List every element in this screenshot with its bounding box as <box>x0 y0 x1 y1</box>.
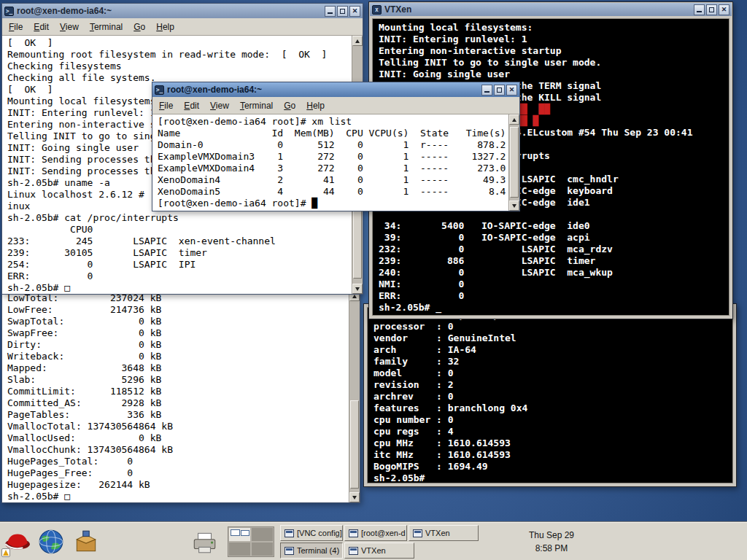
terminal-line: 254: 0 LSAPIC IPI <box>7 259 352 271</box>
terminal-line: vendor : GenuineIntel <box>374 332 732 344</box>
terminal-line: PageTables: 336 kB <box>7 409 349 421</box>
scrollbar[interactable] <box>349 291 360 502</box>
maximize-icon <box>497 88 502 93</box>
terminal-output-xm-list[interactable]: [root@xen-demo-ia64 root]# xm listName I… <box>152 114 508 211</box>
xterm-window-icon[interactable]: x <box>372 5 382 15</box>
scroll-down-button[interactable] <box>349 492 360 502</box>
task-button-vtxen-2[interactable]: VTXen <box>344 542 414 559</box>
scroll-up-button[interactable] <box>352 36 363 46</box>
terminal-output-cpuinfo[interactable]: sh-2.05b# cat /proc/cpuinfoprocessor : 0… <box>367 307 733 483</box>
menu-file[interactable]: File <box>9 22 23 32</box>
window-title: root@xen-demo-ia64:~ <box>17 6 112 16</box>
window-cpuinfo-terminal[interactable]: sh-2.05b# cat /proc/cpuinfoprocessor : 0… <box>363 303 737 487</box>
scroll-down-button[interactable] <box>352 284 363 294</box>
titlebar[interactable]: x VTXen ✕ <box>370 3 732 16</box>
menu-terminal[interactable]: Terminal <box>240 101 273 111</box>
workspace-3[interactable] <box>228 542 251 556</box>
terminal-mini-icon <box>285 547 294 555</box>
menu-view[interactable]: View <box>60 22 79 32</box>
window-title: VTXen <box>384 4 411 15</box>
redhat-menu-button[interactable] <box>3 527 32 556</box>
titlebar[interactable]: >_ root@xen-demo-ia64:~ ✕ <box>2 4 363 18</box>
terminal-line: 34: 5400 IO-SAPIC-edge ide0 <box>379 220 729 232</box>
maximize-button[interactable] <box>337 6 348 17</box>
terminal-line: VmallocUsed: 0 kB <box>7 432 349 444</box>
terminal-line: processor : 0 <box>374 321 732 332</box>
window-meminfo-terminal[interactable]: LowTotal: 237024 kBLowFree: 214736 kBSwa… <box>1 290 360 503</box>
maximize-button[interactable] <box>494 85 505 96</box>
task-button-label: VTXen <box>425 529 450 537</box>
minimize-icon <box>484 91 489 93</box>
menu-edit[interactable]: Edit <box>34 22 49 32</box>
menu-terminal[interactable]: Terminal <box>90 22 123 32</box>
terminal-line: sh-2.05b# □ <box>7 491 349 502</box>
arrow-down-icon <box>512 204 516 208</box>
task-button-vnc-config[interactable]: [VNC config] <box>280 525 343 541</box>
terminal-output-meminfo[interactable]: LowTotal: 237024 kBLowFree: 214736 kBSwa… <box>2 291 349 502</box>
window-xm-list[interactable]: >_ root@xen-demo-ia64:~ ✕ File Edit View… <box>152 82 520 211</box>
terminal-line: ExampleVMXDomain4 3 272 0 1 ----- 273.0 <box>158 163 508 174</box>
scrollbar-track[interactable] <box>509 125 519 201</box>
maximize-icon <box>709 7 714 12</box>
minimize-button[interactable] <box>694 4 705 15</box>
scroll-down-button[interactable] <box>509 201 519 211</box>
close-button[interactable]: ✕ <box>349 6 360 17</box>
terminal-line: 239: 886 LSAPIC timer <box>379 255 729 267</box>
menu-help[interactable]: Help <box>306 101 325 111</box>
minimize-button[interactable] <box>481 85 492 96</box>
terminal-mini-icon <box>413 529 422 537</box>
arrow-up-icon <box>512 118 516 122</box>
menu-view[interactable]: View <box>210 101 229 111</box>
task-button-terminal-group[interactable]: Terminal (4) <box>280 542 343 559</box>
task-button-label: [root@xen-d <box>361 529 406 537</box>
titlebar[interactable]: >_ root@xen-demo-ia64:~ ✕ <box>152 82 519 97</box>
terminal-line: Mapped: 3648 kB <box>7 362 349 374</box>
task-button-root-xen[interactable]: [root@xen-d <box>344 525 407 541</box>
terminal-line: Telling INIT to go to single user mode. <box>379 57 729 69</box>
printer-icon <box>190 528 218 556</box>
scrollbar-track[interactable] <box>349 301 360 492</box>
scroll-up-button[interactable] <box>509 114 519 125</box>
menu-help[interactable]: Help <box>156 22 174 32</box>
web-browser-launcher[interactable] <box>36 527 66 556</box>
minimize-icon <box>697 11 702 12</box>
menu-file[interactable]: File <box>159 101 173 111</box>
arrow-down-icon <box>355 287 360 291</box>
terminal-line: itc MHz : 1610.614593 <box>374 449 732 461</box>
workspace-switcher[interactable] <box>228 526 274 557</box>
terminal-line: Committed_AS: 2928 kB <box>7 397 349 409</box>
task-button-vtxen-1[interactable]: VTXen <box>409 525 479 541</box>
terminal-window-icon[interactable]: >_ <box>4 7 14 16</box>
terminal-line: Writeback: 0 kB <box>7 351 349 362</box>
scrollbar-thumb[interactable] <box>510 127 519 198</box>
menu-go[interactable]: Go <box>133 22 145 32</box>
menu-go[interactable]: Go <box>284 101 295 111</box>
menu-edit[interactable]: Edit <box>184 101 199 111</box>
globe-browser-icon <box>37 528 65 556</box>
workspace-1[interactable] <box>228 527 251 542</box>
workspace-2[interactable] <box>251 527 274 542</box>
pager-mini-window <box>231 529 240 536</box>
workspace-4[interactable] <box>251 542 274 556</box>
task-button-label: VTXen <box>361 546 386 555</box>
terminal-line: VmallocChunk: 137430564864 kB <box>7 444 349 456</box>
terminal-line: SwapFree: 0 kB <box>7 327 349 339</box>
terminal-line: Checking filesystems <box>7 61 352 72</box>
package-manager-launcher[interactable] <box>71 527 101 556</box>
close-icon: ✕ <box>721 6 727 13</box>
maximize-button[interactable] <box>706 4 717 15</box>
terminal-line: Dirty: 0 kB <box>7 339 349 351</box>
scrollbar-thumb[interactable] <box>350 400 359 489</box>
task-button-label: Terminal (4) <box>297 546 339 555</box>
window-title: root@xen-demo-ia64:~ <box>167 85 262 95</box>
minimize-button[interactable] <box>325 6 336 17</box>
terminal-line: INIT: Entering runlevel: 1 <box>379 34 729 45</box>
terminal-window-icon[interactable]: >_ <box>155 85 164 95</box>
terminal-line: 240: 0 LSAPIC mca_wkup <box>379 267 729 279</box>
close-button[interactable]: ✕ <box>506 85 517 96</box>
panel-clock[interactable]: Thu Sep 29 8:58 PM <box>511 529 592 555</box>
printer-launcher[interactable] <box>190 527 219 556</box>
close-button[interactable]: ✕ <box>719 4 729 15</box>
terminal-mini-icon <box>349 547 358 555</box>
scrollbar[interactable] <box>508 114 519 211</box>
